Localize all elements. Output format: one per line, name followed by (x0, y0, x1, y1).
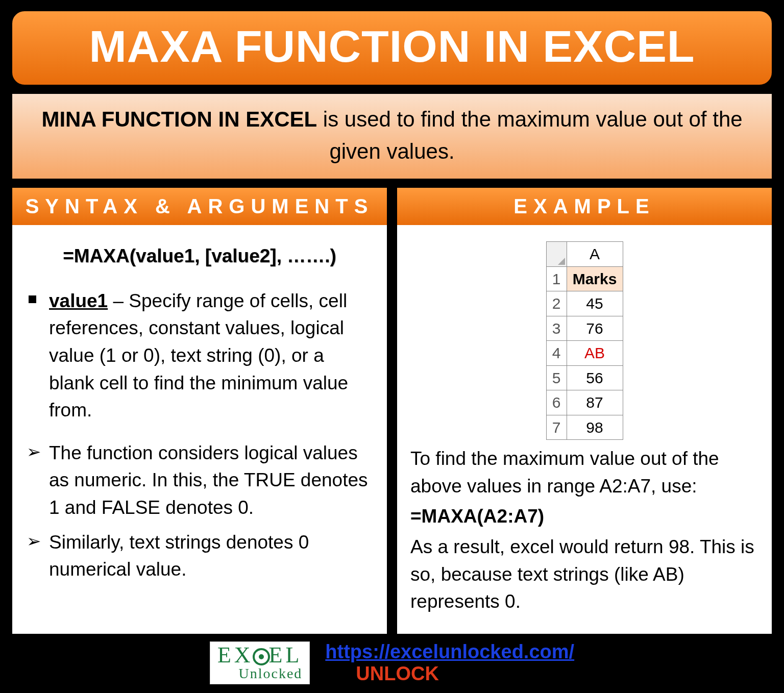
row-num: 6 (546, 390, 567, 415)
example-result: As a result, excel would return 98. This… (410, 533, 758, 615)
logo-text-left: EX (217, 642, 254, 667)
logo-text-right: EL (269, 642, 303, 667)
row-num: 2 (546, 291, 567, 316)
table-cell: Marks (567, 266, 623, 291)
note-item: Similarly, text strings denotes 0 numeri… (26, 529, 374, 583)
arg-name: value1 (49, 290, 108, 311)
unlock-label: UNLOCK (356, 663, 439, 684)
table-cell: 98 (567, 415, 623, 440)
syntax-heading: SYNTAX & ARGUMENTS (12, 188, 387, 225)
note-item: The function considers logical values as… (26, 439, 374, 522)
table-corner (546, 242, 567, 267)
footer: EXEL Unlocked https://excelunlocked.com/… (11, 641, 773, 685)
table-cell: 87 (567, 390, 623, 415)
row-num: 7 (546, 415, 567, 440)
description-bar: MINA FUNCTION IN EXCEL is used to find t… (11, 93, 773, 180)
logo: EXEL Unlocked (210, 641, 310, 684)
example-panel: EXAMPLE A 1Marks 245 376 4AB 556 687 798… (396, 187, 773, 635)
site-link[interactable]: https://excelunlocked.com/ (325, 641, 574, 663)
example-table: A 1Marks 245 376 4AB 556 687 798 (546, 241, 623, 440)
table-cell: 76 (567, 316, 623, 341)
description-bold: MINA FUNCTION IN EXCEL (41, 107, 317, 131)
syntax-panel: SYNTAX & ARGUMENTS =MAXA(value1, [value2… (11, 187, 388, 635)
logo-subtext: Unlocked (217, 666, 302, 681)
example-text: To find the maximum value out of the abo… (410, 445, 758, 500)
keyhole-icon (253, 648, 270, 665)
example-heading: EXAMPLE (397, 188, 772, 225)
row-num: 1 (546, 266, 567, 291)
example-formula: =MAXA(A2:A7) (410, 503, 758, 530)
arg-item: value1 – Specify range of cells, cell re… (26, 287, 374, 424)
table-cell: 56 (567, 365, 623, 390)
row-num: 5 (546, 365, 567, 390)
page-title: MAXA FUNCTION IN EXCEL (11, 10, 773, 86)
description-text: is used to find the maximum value out of… (317, 107, 742, 163)
col-header: A (567, 242, 623, 267)
table-cell-text: AB (567, 341, 623, 366)
row-num: 4 (546, 341, 567, 366)
row-num: 3 (546, 316, 567, 341)
syntax-formula: =MAXA(value1, [value2], …….) (26, 242, 374, 270)
table-cell: 45 (567, 291, 623, 316)
